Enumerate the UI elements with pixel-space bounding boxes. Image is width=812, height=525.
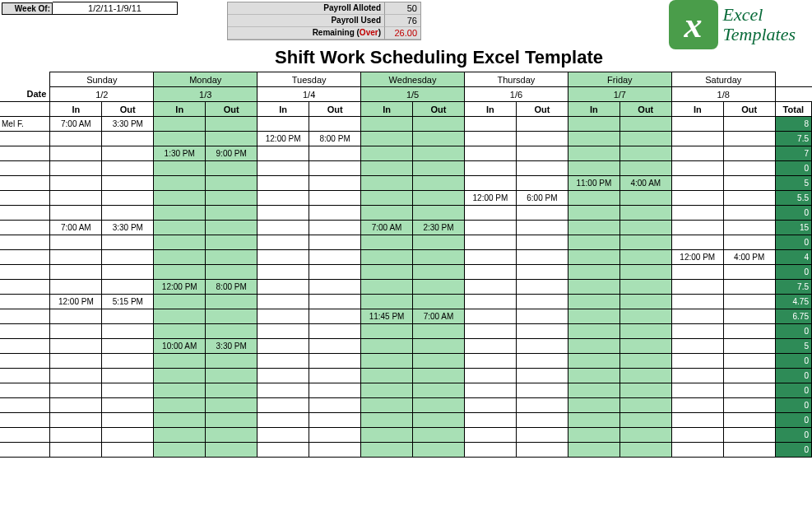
time-cell[interactable]: 3:30 PM <box>102 221 154 235</box>
time-cell[interactable] <box>723 383 775 398</box>
time-cell[interactable] <box>619 265 671 280</box>
time-cell[interactable] <box>671 398 723 413</box>
time-cell[interactable] <box>258 324 309 339</box>
time-cell[interactable] <box>619 295 671 309</box>
date-value[interactable]: 1/7 <box>568 87 671 102</box>
time-cell[interactable] <box>516 398 568 413</box>
time-cell[interactable] <box>723 176 775 191</box>
time-cell[interactable] <box>50 280 102 295</box>
time-cell[interactable] <box>309 309 361 324</box>
time-cell[interactable] <box>723 132 775 146</box>
time-cell[interactable] <box>102 250 154 265</box>
time-cell[interactable] <box>102 161 154 176</box>
time-cell[interactable] <box>671 354 723 369</box>
time-cell[interactable] <box>516 280 568 295</box>
time-cell[interactable] <box>619 250 671 265</box>
time-cell[interactable] <box>464 339 516 354</box>
time-cell[interactable] <box>723 295 775 309</box>
time-cell[interactable] <box>309 443 361 458</box>
time-cell[interactable] <box>154 398 206 413</box>
time-cell[interactable] <box>258 428 309 443</box>
time-cell[interactable] <box>102 324 154 339</box>
time-cell[interactable] <box>50 309 102 324</box>
employee-name[interactable] <box>0 324 50 339</box>
time-cell[interactable] <box>258 265 309 280</box>
time-cell[interactable] <box>309 324 361 339</box>
time-cell[interactable] <box>619 309 671 324</box>
time-cell[interactable] <box>206 221 258 235</box>
time-cell[interactable] <box>568 339 619 354</box>
time-cell[interactable] <box>50 398 102 413</box>
time-cell[interactable] <box>361 324 413 339</box>
time-cell[interactable] <box>361 206 413 221</box>
time-cell[interactable]: 4:00 PM <box>723 250 775 265</box>
time-cell[interactable] <box>619 117 671 132</box>
employee-name[interactable] <box>0 398 50 413</box>
time-cell[interactable]: 10:00 AM <box>154 339 206 354</box>
time-cell[interactable] <box>723 354 775 369</box>
time-cell[interactable] <box>309 354 361 369</box>
time-cell[interactable] <box>413 176 465 191</box>
time-cell[interactable]: 12:00 PM <box>154 280 206 295</box>
time-cell[interactable] <box>154 354 206 369</box>
time-cell[interactable] <box>464 309 516 324</box>
time-cell[interactable] <box>671 443 723 458</box>
time-cell[interactable] <box>516 413 568 428</box>
time-cell[interactable]: 1:30 PM <box>154 146 206 161</box>
time-cell[interactable] <box>361 369 413 383</box>
employee-name[interactable] <box>0 354 50 369</box>
time-cell[interactable] <box>102 369 154 383</box>
time-cell[interactable] <box>206 369 258 383</box>
time-cell[interactable] <box>413 206 465 221</box>
time-cell[interactable] <box>50 176 102 191</box>
time-cell[interactable] <box>568 250 619 265</box>
time-cell[interactable] <box>413 369 465 383</box>
time-cell[interactable] <box>723 369 775 383</box>
time-cell[interactable] <box>309 206 361 221</box>
time-cell[interactable] <box>258 354 309 369</box>
time-cell[interactable] <box>723 413 775 428</box>
time-cell[interactable] <box>361 235 413 250</box>
time-cell[interactable]: 12:00 PM <box>50 295 102 309</box>
time-cell[interactable] <box>206 161 258 176</box>
time-cell[interactable] <box>258 369 309 383</box>
time-cell[interactable] <box>258 161 309 176</box>
time-cell[interactable] <box>619 146 671 161</box>
employee-name[interactable] <box>0 176 50 191</box>
time-cell[interactable] <box>464 383 516 398</box>
time-cell[interactable] <box>568 309 619 324</box>
time-cell[interactable] <box>723 235 775 250</box>
date-value[interactable]: 1/3 <box>154 87 258 102</box>
time-cell[interactable] <box>723 191 775 206</box>
time-cell[interactable] <box>50 191 102 206</box>
time-cell[interactable] <box>413 398 465 413</box>
time-cell[interactable] <box>464 443 516 458</box>
time-cell[interactable] <box>568 117 619 132</box>
time-cell[interactable] <box>464 413 516 428</box>
time-cell[interactable] <box>309 235 361 250</box>
time-cell[interactable] <box>723 339 775 354</box>
time-cell[interactable]: 11:45 PM <box>361 309 413 324</box>
time-cell[interactable] <box>154 443 206 458</box>
time-cell[interactable] <box>516 117 568 132</box>
time-cell[interactable] <box>102 146 154 161</box>
time-cell[interactable]: 8:00 PM <box>206 280 258 295</box>
time-cell[interactable] <box>568 369 619 383</box>
time-cell[interactable]: 12:00 PM <box>671 250 723 265</box>
time-cell[interactable]: 3:30 PM <box>206 339 258 354</box>
time-cell[interactable] <box>361 176 413 191</box>
time-cell[interactable] <box>50 428 102 443</box>
time-cell[interactable] <box>671 265 723 280</box>
time-cell[interactable] <box>206 413 258 428</box>
time-cell[interactable] <box>464 369 516 383</box>
time-cell[interactable] <box>516 235 568 250</box>
time-cell[interactable] <box>154 132 206 146</box>
time-cell[interactable] <box>464 265 516 280</box>
time-cell[interactable] <box>50 132 102 146</box>
time-cell[interactable] <box>671 339 723 354</box>
time-cell[interactable] <box>309 191 361 206</box>
time-cell[interactable]: 4:00 AM <box>619 176 671 191</box>
time-cell[interactable] <box>361 354 413 369</box>
time-cell[interactable] <box>309 221 361 235</box>
time-cell[interactable] <box>413 161 465 176</box>
